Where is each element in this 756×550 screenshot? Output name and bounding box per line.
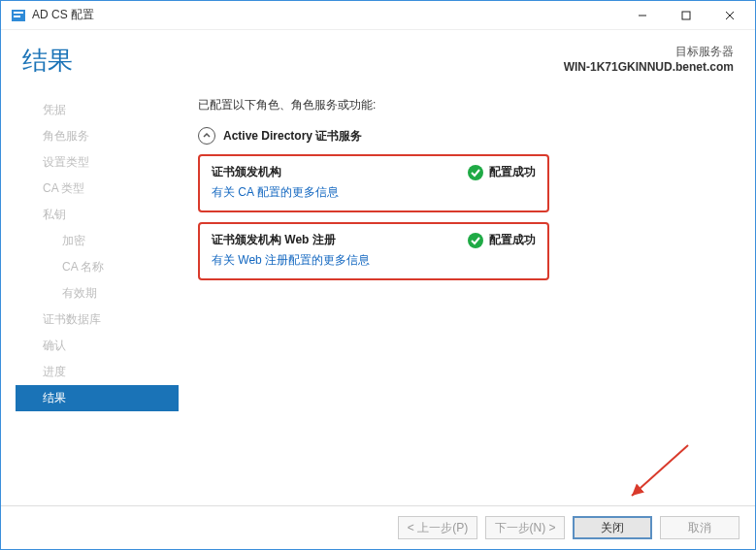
sidebar-item-6: CA 名称 [16,254,179,280]
chevron-up-icon[interactable] [198,127,215,145]
result-name: 证书颁发机构 Web 注册 [212,232,468,248]
close-window-button[interactable] [707,2,751,29]
window-controls [620,2,751,29]
svg-point-7 [468,165,483,180]
svg-rect-2 [14,16,20,17]
sidebar-item-10: 进度 [16,359,179,385]
success-icon [468,165,483,180]
status-text: 配置成功 [489,232,536,248]
intro-text: 已配置以下角色、角色服务或功能: [198,97,736,113]
svg-rect-1 [14,12,23,14]
status-text: 配置成功 [489,164,536,180]
target-server-name: WIN-1K71GKINNUD.benet.com [564,60,734,74]
sidebar-item-1: 角色服务 [16,123,179,149]
close-button[interactable]: 关闭 [573,516,652,539]
maximize-button[interactable] [664,2,707,29]
svg-point-8 [468,233,483,248]
result-row: 证书颁发机构配置成功 [212,164,536,180]
results-container: 证书颁发机构配置成功有关 CA 配置的更多信息证书颁发机构 Web 注册配置成功… [198,154,736,280]
result-name: 证书颁发机构 [212,164,468,180]
button-bar: < 上一步(P) 下一步(N) > 关闭 取消 [1,505,755,549]
svg-rect-4 [682,12,690,19]
section-title: Active Directory 证书服务 [223,128,362,145]
body-area: 凭据角色服务设置类型CA 类型私钥加密CA 名称有效期证书数据库确认进度结果 已… [1,87,755,505]
sidebar-item-11[interactable]: 结果 [16,385,179,411]
target-server-block: 目标服务器 WIN-1K71GKINNUD.benet.com [564,44,734,74]
minimize-button[interactable] [620,2,664,29]
sidebar-item-3: CA 类型 [16,176,179,202]
target-server-label: 目标服务器 [564,44,734,60]
sidebar-item-0: 凭据 [16,97,179,123]
result-link[interactable]: 有关 Web 注册配置的更多信息 [212,252,536,269]
content-pane: 已配置以下角色、角色服务或功能: Active Directory 证书服务 证… [179,87,755,505]
titlebar: AD CS 配置 [1,1,755,30]
previous-button: < 上一步(P) [398,516,477,539]
result-link[interactable]: 有关 CA 配置的更多信息 [212,184,536,201]
next-button: 下一步(N) > [485,516,565,539]
sidebar: 凭据角色服务设置类型CA 类型私钥加密CA 名称有效期证书数据库确认进度结果 [16,87,179,505]
sidebar-item-7: 有效期 [16,280,179,307]
sidebar-item-9: 确认 [16,333,179,359]
sidebar-item-2: 设置类型 [16,149,179,176]
sidebar-item-8: 证书数据库 [16,307,179,333]
sidebar-item-5: 加密 [16,228,179,254]
app-icon [11,8,26,23]
sidebar-item-4: 私钥 [16,202,179,228]
result-row: 证书颁发机构 Web 注册配置成功 [212,232,536,248]
header-area: 结果 目标服务器 WIN-1K71GKINNUD.benet.com [1,30,755,87]
result-card-1: 证书颁发机构 Web 注册配置成功有关 Web 注册配置的更多信息 [198,222,549,280]
window-title: AD CS 配置 [32,7,620,23]
success-icon [468,233,483,248]
adcs-config-window: AD CS 配置 结果 目标服务器 WIN-1K71GKINNUD.benet.… [0,0,756,550]
result-card-0: 证书颁发机构配置成功有关 CA 配置的更多信息 [198,154,549,212]
page-title: 结果 [22,44,564,78]
cancel-button: 取消 [660,516,740,539]
section-header[interactable]: Active Directory 证书服务 [198,127,736,145]
